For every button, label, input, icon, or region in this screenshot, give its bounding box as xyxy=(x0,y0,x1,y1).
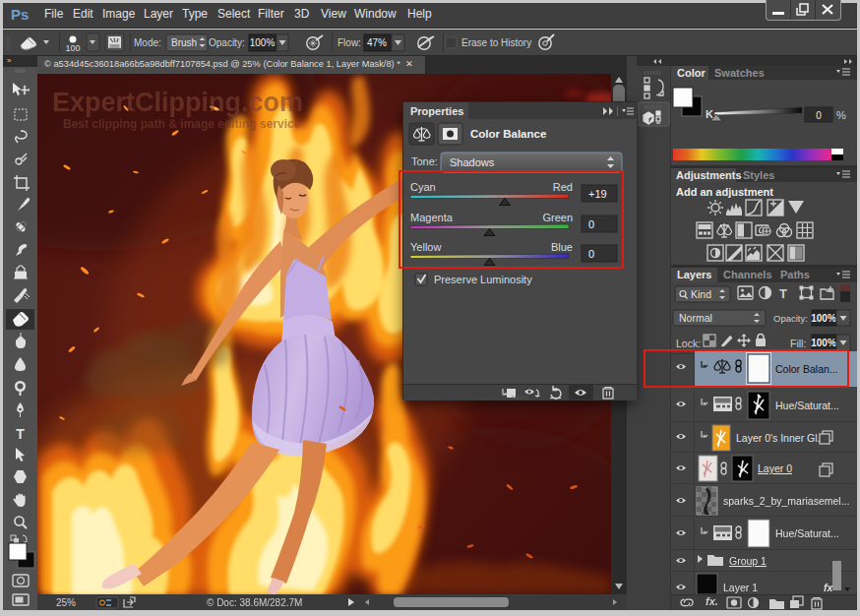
svg-text:Color: Color xyxy=(677,67,706,79)
svg-text:Group 1: Group 1 xyxy=(729,555,767,567)
svg-text:Layers: Layers xyxy=(677,269,711,280)
svg-text:Flow:: Flow: xyxy=(338,37,361,48)
svg-text:25%: 25% xyxy=(56,597,76,608)
svg-text:0: 0 xyxy=(816,110,822,121)
svg-text:Hue/Saturat...: Hue/Saturat... xyxy=(775,400,839,411)
svg-text:Best clipping path & image edi: Best clipping path & image editing servi… xyxy=(63,117,301,131)
svg-text:T: T xyxy=(16,426,25,442)
svg-text:Mode:: Mode: xyxy=(134,37,161,48)
svg-text:Preserve Luminosity: Preserve Luminosity xyxy=(434,274,532,285)
svg-text:100%: 100% xyxy=(811,338,836,348)
svg-text:fx.: fx. xyxy=(706,595,718,607)
svg-text:100%: 100% xyxy=(250,37,276,48)
svg-text:Swatches: Swatches xyxy=(714,67,765,79)
svg-text:ExpertClipping.com: ExpertClipping.com xyxy=(52,88,303,117)
svg-text:Erase to History: Erase to History xyxy=(461,37,531,48)
svg-text:Layer 0: Layer 0 xyxy=(758,462,792,474)
svg-text:100: 100 xyxy=(65,43,80,53)
svg-text:Opacity:: Opacity: xyxy=(209,37,245,48)
svg-text:Layer 0's Inner Gl...: Layer 0's Inner Gl... xyxy=(736,432,826,444)
svg-text:Color Balance: Color Balance xyxy=(470,128,546,140)
svg-text:sparks_2_by_mariasemel...: sparks_2_by_mariasemel... xyxy=(723,495,849,507)
svg-text:Adjustments: Adjustments xyxy=(676,169,742,181)
svg-text:Normal: Normal xyxy=(679,312,712,324)
svg-text:Shadows: Shadows xyxy=(450,156,495,168)
svg-text:Layer 1: Layer 1 xyxy=(723,582,758,593)
svg-text:Add an adjustment: Add an adjustment xyxy=(676,186,773,198)
svg-text:Kind: Kind xyxy=(691,288,711,300)
svg-text:47%: 47% xyxy=(367,37,387,48)
svg-text:Brush: Brush xyxy=(171,37,197,48)
svg-text:T: T xyxy=(779,286,787,301)
svg-text:%: % xyxy=(836,109,846,121)
svg-text:Paths: Paths xyxy=(780,269,810,280)
svg-text:Channels: Channels xyxy=(723,269,772,280)
svg-text:Properties: Properties xyxy=(410,105,463,117)
svg-text:Opacity:: Opacity: xyxy=(773,313,808,324)
svg-text:Hue/Saturat...: Hue/Saturat... xyxy=(775,527,839,539)
svg-text:Lock:: Lock: xyxy=(676,338,701,349)
svg-text:Styles: Styles xyxy=(743,169,774,181)
svg-text:100%: 100% xyxy=(811,313,836,324)
svg-text:Fill:: Fill: xyxy=(790,338,806,349)
svg-text:Tone:: Tone: xyxy=(411,155,438,167)
svg-text:© Doc: 38.6M/282.7M: © Doc: 38.6M/282.7M xyxy=(207,597,302,608)
svg-text:fx: fx xyxy=(824,582,833,593)
